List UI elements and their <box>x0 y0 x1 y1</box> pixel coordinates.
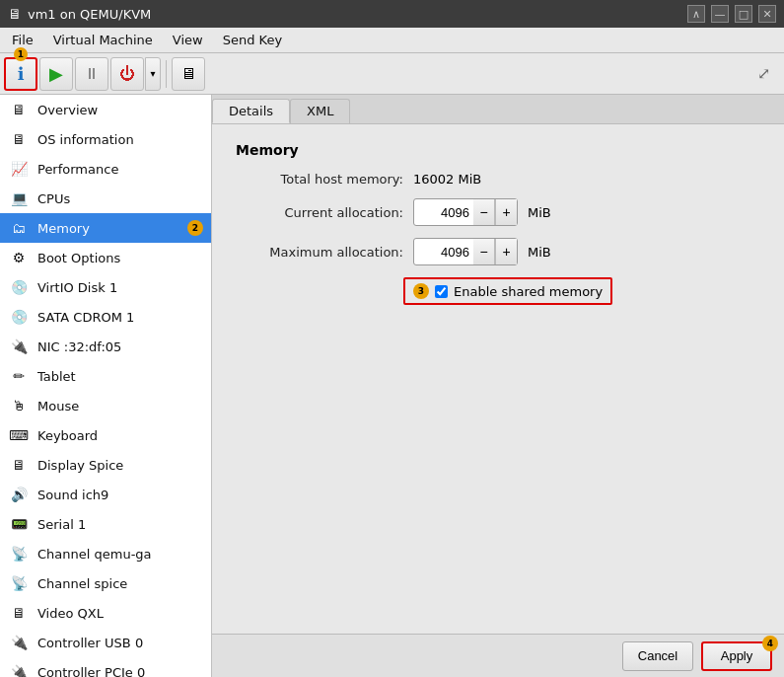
sidebar-item-label-os-information: OS information <box>37 132 203 147</box>
sidebar-item-channel-qemu-ga[interactable]: 📡Channel qemu-ga <box>0 539 211 568</box>
sidebar-item-label-controller-pcie-0: Controller PCIe 0 <box>37 665 203 678</box>
panel: Details XML Memory Total host memory: 16… <box>212 95 784 634</box>
sidebar-item-performance[interactable]: 📈Performance <box>0 154 211 184</box>
sidebar-item-mouse[interactable]: 🖱Mouse <box>0 391 211 420</box>
max-alloc-input[interactable] <box>414 239 473 264</box>
performance-icon: 📈 <box>8 159 30 179</box>
total-host-value: 16002 MiB <box>413 172 481 187</box>
sidebar-item-label-channel-spice: Channel spice <box>37 576 203 591</box>
sidebar-item-nic[interactable]: 🔌NIC :32:df:05 <box>0 332 211 361</box>
sidebar-item-overview[interactable]: 🖥Overview <box>0 95 211 124</box>
maximize-button[interactable]: □ <box>735 5 752 23</box>
sidebar-item-memory[interactable]: 🗂Memory2 <box>0 213 211 243</box>
memory-icon: 🗂 <box>8 218 30 238</box>
mouse-icon: 🖱 <box>8 396 30 415</box>
sata-cdrom-1-icon: 💿 <box>8 307 30 327</box>
pause-button[interactable]: ⏸ <box>75 57 108 91</box>
menu-virtual-machine[interactable]: Virtual Machine <box>45 31 161 49</box>
sidebar-item-label-sound-ich9: Sound ich9 <box>37 488 203 502</box>
max-alloc-row: Maximum allocation: − + MiB <box>236 238 760 265</box>
titlebar-app-icon: 🖥 <box>8 6 22 22</box>
memory-section-title: Memory <box>236 142 760 158</box>
screen-button[interactable]: 🖥 <box>172 57 205 91</box>
panel-tabs: Details XML <box>212 95 784 124</box>
cancel-button[interactable]: Cancel <box>622 641 693 671</box>
minimize-button[interactable]: — <box>711 5 729 23</box>
max-alloc-spinbox: − + <box>413 238 518 265</box>
power-button[interactable]: ⏻ <box>110 57 144 91</box>
sidebar-item-label-display-spice: Display Spice <box>37 458 203 473</box>
sidebar: 🖥Overview🖥OS information📈Performance💻CPU… <box>0 95 212 677</box>
os-information-icon: 🖥 <box>8 129 30 149</box>
menubar: File Virtual Machine View Send Key <box>0 28 784 53</box>
menu-send-key[interactable]: Send Key <box>215 31 290 49</box>
sidebar-item-label-serial-1: Serial 1 <box>37 517 203 532</box>
total-host-row: Total host memory: 16002 MiB <box>236 172 760 187</box>
overview-icon: 🖥 <box>8 100 30 119</box>
sidebar-item-label-keyboard: Keyboard <box>37 428 203 443</box>
toolbar-separator <box>166 60 167 88</box>
tablet-icon: ✏ <box>8 366 30 386</box>
sidebar-item-label-boot-options: Boot Options <box>37 251 203 265</box>
current-alloc-unit: MiB <box>528 205 551 220</box>
max-alloc-plus[interactable]: + <box>495 239 517 264</box>
shared-memory-checkbox[interactable] <box>435 285 448 298</box>
shared-memory-container: 3 Enable shared memory <box>403 277 612 305</box>
current-alloc-plus[interactable]: + <box>495 199 517 225</box>
sidebar-item-label-performance: Performance <box>37 162 203 177</box>
run-button[interactable]: ▶ <box>39 57 73 91</box>
channel-spice-icon: 📡 <box>8 573 30 593</box>
sidebar-item-video-qxl[interactable]: 🖥Video QXL <box>0 598 211 628</box>
total-host-label: Total host memory: <box>236 172 403 187</box>
sidebar-item-label-controller-usb-0: Controller USB 0 <box>37 636 203 650</box>
sidebar-item-label-tablet: Tablet <box>37 369 203 384</box>
apply-button[interactable]: Apply <box>701 641 772 671</box>
panel-body: Memory Total host memory: 16002 MiB Curr… <box>212 124 784 634</box>
tab-details[interactable]: Details <box>212 99 290 123</box>
menu-view[interactable]: View <box>165 31 211 49</box>
sidebar-item-virtio-disk-1[interactable]: 💿VirtIO Disk 1 <box>0 272 211 302</box>
sidebar-item-boot-options[interactable]: ⚙Boot Options <box>0 243 211 272</box>
sidebar-item-label-memory: Memory <box>37 221 179 236</box>
sidebar-item-keyboard[interactable]: ⌨Keyboard <box>0 420 211 450</box>
collapse-button[interactable]: ∧ <box>687 5 705 23</box>
boot-options-icon: ⚙ <box>8 248 30 267</box>
sidebar-item-controller-pcie-0[interactable]: 🔌Controller PCIe 0 <box>0 657 211 677</box>
toolbar: ℹ 1 ▶ ⏸ ⏻ ▾ 🖥 ⤢ <box>0 53 784 95</box>
close-button[interactable]: ✕ <box>758 5 776 23</box>
sidebar-item-sata-cdrom-1[interactable]: 💿SATA CDROM 1 <box>0 302 211 332</box>
sidebar-item-display-spice[interactable]: 🖥Display Spice <box>0 450 211 480</box>
sidebar-item-channel-spice[interactable]: 📡Channel spice <box>0 568 211 598</box>
sidebar-item-cpus[interactable]: 💻CPUs <box>0 184 211 213</box>
apply-badge: 4 <box>762 636 778 651</box>
info-button[interactable]: ℹ <box>4 57 37 91</box>
sidebar-item-os-information[interactable]: 🖥OS information <box>0 124 211 154</box>
sidebar-item-serial-1[interactable]: 📟Serial 1 <box>0 509 211 539</box>
video-qxl-icon: 🖥 <box>8 603 30 623</box>
sidebar-item-label-cpus: CPUs <box>37 191 203 206</box>
sidebar-item-label-mouse: Mouse <box>37 399 203 414</box>
sidebar-item-controller-usb-0[interactable]: 🔌Controller USB 0 <box>0 628 211 657</box>
sidebar-item-label-overview: Overview <box>37 103 203 117</box>
keyboard-icon: ⌨ <box>8 425 30 445</box>
controller-pcie-0-icon: 🔌 <box>8 662 30 677</box>
tab-xml[interactable]: XML <box>290 99 350 123</box>
current-alloc-input[interactable] <box>414 199 473 225</box>
max-alloc-unit: MiB <box>528 245 551 260</box>
sidebar-wrap: 🖥Overview🖥OS information📈Performance💻CPU… <box>0 95 212 634</box>
display-spice-icon: 🖥 <box>8 455 30 475</box>
window-title: vm1 on QEMU/KVM <box>28 7 151 22</box>
sidebar-item-label-nic: NIC :32:df:05 <box>37 339 203 354</box>
sidebar-item-sound-ich9[interactable]: 🔊Sound ich9 <box>0 480 211 509</box>
current-alloc-label: Current allocation: <box>236 205 403 220</box>
power-menu-arrow[interactable]: ▾ <box>145 57 161 91</box>
shared-memory-label[interactable]: Enable shared memory <box>454 284 603 299</box>
virtio-disk-1-icon: 💿 <box>8 277 30 297</box>
channel-qemu-ga-icon: 📡 <box>8 544 30 564</box>
max-alloc-minus[interactable]: − <box>473 239 495 264</box>
current-alloc-minus[interactable]: − <box>473 199 495 225</box>
sidebar-item-tablet[interactable]: ✏Tablet <box>0 361 211 391</box>
expand-button[interactable]: ⤢ <box>747 57 780 91</box>
nic-icon: 🔌 <box>8 337 30 356</box>
serial-1-icon: 📟 <box>8 514 30 534</box>
